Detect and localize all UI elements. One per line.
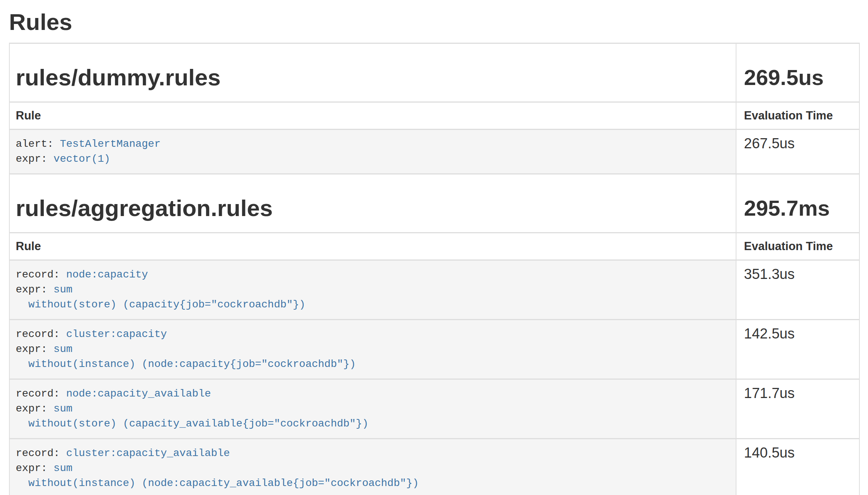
rule-evaluation-time: 171.7us xyxy=(736,379,859,439)
table-row: alert: TestAlertManagerexpr: vector(1)26… xyxy=(9,130,859,174)
rule-group-evaluation-time: 295.7ms xyxy=(736,174,859,233)
rule-code-line: record: node:capacity xyxy=(16,267,730,282)
rule-evaluation-time: 142.5us xyxy=(736,320,859,379)
page-title: Rules xyxy=(9,10,868,34)
rule-group-heading-row: rules/aggregation.rules295.7ms xyxy=(9,174,859,233)
rule-definition-cell: record: cluster:capacity_availableexpr: … xyxy=(9,439,736,495)
rule-code-line: expr: sum xyxy=(16,282,730,297)
rule-code-line: without(instance) (node:capacity_availab… xyxy=(16,476,730,491)
rule-name-link[interactable]: node:capacity xyxy=(66,269,148,280)
table-row: record: cluster:capacity_availableexpr: … xyxy=(9,439,859,495)
column-header-rule: Rule xyxy=(9,102,736,130)
rule-code-line: expr: sum xyxy=(16,401,730,416)
rule-group-file: rules/dummy.rules xyxy=(9,43,736,102)
rule-keyword: expr: xyxy=(16,343,54,355)
rule-code-line: without(instance) (node:capacity{job="co… xyxy=(16,357,730,372)
column-header-row: RuleEvaluation Time xyxy=(9,233,859,260)
rules-table: rules/dummy.rules269.5usRuleEvaluation T… xyxy=(9,43,860,495)
expr-link[interactable]: without(instance) (node:capacity_availab… xyxy=(16,477,419,489)
rule-code-line: record: cluster:capacity xyxy=(16,327,730,342)
rule-name-link[interactable]: TestAlertManager xyxy=(60,138,161,150)
rule-keyword: expr: xyxy=(16,153,54,165)
rule-definition-cell: record: node:capacityexpr: sum without(s… xyxy=(9,260,736,320)
rule-evaluation-time: 140.5us xyxy=(736,439,859,495)
rule-keyword: expr: xyxy=(16,403,54,414)
column-header-evaluation-time: Evaluation Time xyxy=(736,233,859,260)
column-header-row: RuleEvaluation Time xyxy=(9,102,859,130)
table-row: record: node:capacity_availableexpr: sum… xyxy=(9,379,859,439)
rule-code-line: without(store) (capacity{job="cockroachd… xyxy=(16,297,730,312)
rule-code-line: record: node:capacity_available xyxy=(16,386,730,401)
rule-group-evaluation-time: 269.5us xyxy=(736,43,859,102)
expr-link[interactable]: sum xyxy=(54,403,72,414)
rule-group-heading-row: rules/dummy.rules269.5us xyxy=(9,43,859,102)
expr-link[interactable]: without(store) (capacity_available{job="… xyxy=(16,418,368,429)
rule-keyword: expr: xyxy=(16,284,54,295)
rule-keyword: record: xyxy=(16,388,66,400)
rule-code-line: record: cluster:capacity_available xyxy=(16,446,730,461)
rule-definition-cell: record: node:capacity_availableexpr: sum… xyxy=(9,379,736,439)
expr-link[interactable]: without(store) (capacity{job="cockroachd… xyxy=(16,299,305,310)
rule-code-line: without(store) (capacity_available{job="… xyxy=(16,416,730,431)
rule-name-link[interactable]: cluster:capacity xyxy=(66,328,167,340)
rule-code-line: expr: sum xyxy=(16,342,730,357)
rules-table-body: rules/dummy.rules269.5usRuleEvaluation T… xyxy=(9,43,859,495)
rule-keyword: expr: xyxy=(16,462,54,474)
rule-name-link[interactable]: cluster:capacity_available xyxy=(66,447,230,459)
rule-keyword: alert: xyxy=(16,138,60,150)
rule-code-line: alert: TestAlertManager xyxy=(16,137,730,152)
rule-evaluation-time: 267.5us xyxy=(736,130,859,174)
rule-code-line: expr: vector(1) xyxy=(16,152,730,167)
rule-keyword: record: xyxy=(16,447,66,459)
rule-evaluation-time: 351.3us xyxy=(736,260,859,320)
rule-definition-cell: alert: TestAlertManagerexpr: vector(1) xyxy=(9,130,736,174)
table-row: record: node:capacityexpr: sum without(s… xyxy=(9,260,859,320)
table-row: record: cluster:capacityexpr: sum withou… xyxy=(9,320,859,379)
expr-link[interactable]: sum xyxy=(54,462,72,474)
rule-name-link[interactable]: node:capacity_available xyxy=(66,388,211,400)
rule-group-file: rules/aggregation.rules xyxy=(9,174,736,233)
expr-link[interactable]: vector(1) xyxy=(54,153,110,165)
expr-link[interactable]: sum xyxy=(54,284,72,295)
rule-definition-cell: record: cluster:capacityexpr: sum withou… xyxy=(9,320,736,379)
column-header-rule: Rule xyxy=(9,233,736,260)
rule-keyword: record: xyxy=(16,328,66,340)
column-header-evaluation-time: Evaluation Time xyxy=(736,102,859,130)
expr-link[interactable]: sum xyxy=(54,343,72,355)
expr-link[interactable]: without(instance) (node:capacity{job="co… xyxy=(16,358,356,370)
rule-code-line: expr: sum xyxy=(16,461,730,476)
rule-keyword: record: xyxy=(16,269,66,280)
